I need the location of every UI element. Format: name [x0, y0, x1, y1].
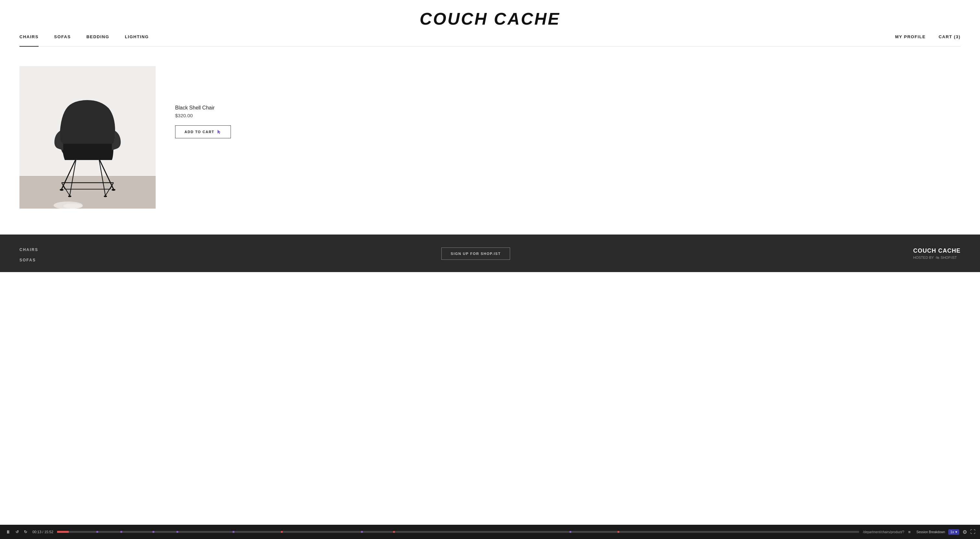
product-info: Black Shell Chair $320.00 ADD TO CART: [175, 66, 231, 138]
nav-item-my-profile[interactable]: MY PROFILE: [895, 34, 926, 43]
svg-point-14: [111, 189, 115, 191]
footer-hosted-by: HOSTED BY 🛍 SHOP.IST: [913, 255, 961, 260]
nav-item-sofas[interactable]: SOFAS: [54, 34, 71, 43]
nav-left: CHAIRS SOFAS BEDDING LIGHTING: [19, 34, 895, 43]
site-header: COUCH CACHE CHAIRS SOFAS BEDDING LIGHTIN…: [0, 0, 980, 47]
product-name: Black Shell Chair: [175, 105, 231, 111]
cursor-icon: [217, 130, 221, 134]
nav-item-bedding[interactable]: BEDDING: [86, 34, 109, 43]
footer-nav-chairs[interactable]: CHAIRS: [19, 247, 38, 252]
footer-nav: CHAIRS SOFAS: [19, 247, 38, 262]
site-footer: CHAIRS SOFAS SIGN UP FOR SHOP.IST COUCH …: [0, 235, 980, 272]
site-title: COUCH CACHE: [19, 6, 961, 34]
footer-brand-name: COUCH CACHE: [913, 247, 961, 254]
svg-point-18: [63, 203, 83, 209]
product-price: $320.00: [175, 113, 231, 118]
main-nav: CHAIRS SOFAS BEDDING LIGHTING MY PROFILE…: [19, 34, 961, 47]
svg-point-16: [104, 196, 107, 197]
main-content: Black Shell Chair $320.00 ADD TO CART: [0, 47, 980, 235]
footer-nav-sofas[interactable]: SOFAS: [19, 258, 38, 262]
footer-brand: COUCH CACHE HOSTED BY 🛍 SHOP.IST: [913, 247, 961, 260]
add-to-cart-button[interactable]: ADD TO CART: [175, 125, 231, 138]
product-image: [19, 66, 156, 209]
nav-item-lighting[interactable]: LIGHTING: [125, 34, 149, 43]
nav-item-chairs[interactable]: CHAIRS: [19, 34, 38, 43]
nav-item-cart[interactable]: CART (3): [939, 34, 961, 43]
chair-illustration: [19, 66, 156, 209]
svg-point-13: [60, 189, 64, 191]
footer-signup: SIGN UP FOR SHOP.IST: [441, 247, 510, 260]
svg-rect-1: [19, 176, 156, 209]
nav-right: MY PROFILE CART (3): [895, 34, 961, 43]
svg-point-15: [68, 196, 72, 197]
signup-button[interactable]: SIGN UP FOR SHOP.IST: [441, 247, 510, 260]
